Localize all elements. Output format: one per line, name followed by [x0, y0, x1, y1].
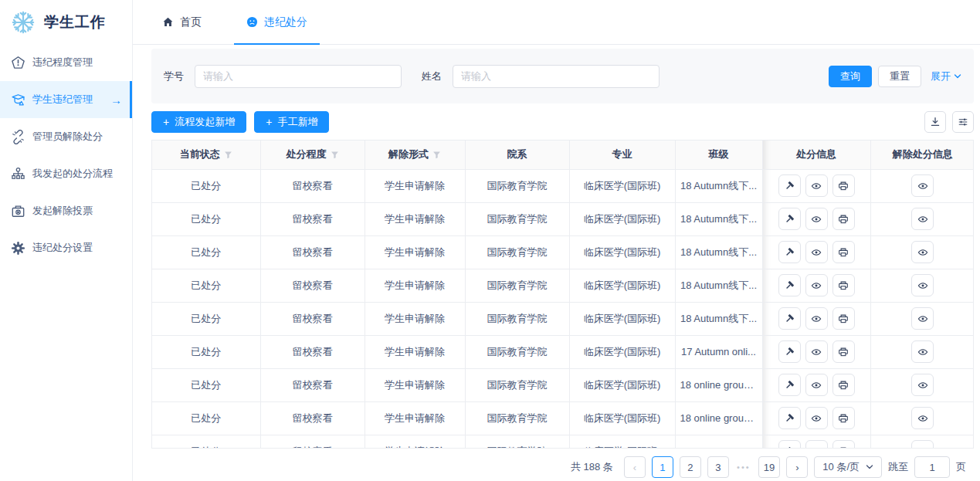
tab-violation-punishment[interactable]: 违纪处分 — [234, 0, 320, 44]
sidebar-item-violation-degree[interactable]: 违纪程度管理 — [0, 44, 132, 81]
cell-punish-actions — [762, 269, 870, 302]
next-page-button[interactable]: › — [786, 456, 808, 478]
cell-degree: 留校察看 — [260, 235, 365, 269]
prev-page-button[interactable]: ‹ — [624, 456, 646, 478]
cell-release-actions — [870, 169, 974, 202]
punish-view-button[interactable] — [805, 407, 828, 429]
punish-view-button[interactable] — [805, 374, 828, 396]
student-id-label: 学号 — [164, 69, 184, 83]
release-view-button[interactable] — [911, 440, 934, 449]
expand-toggle[interactable]: 展开 — [931, 69, 961, 83]
punish-view-button[interactable] — [805, 340, 828, 363]
page-button-19[interactable]: 19 — [758, 456, 780, 478]
punish-gavel-button[interactable] — [778, 274, 801, 296]
page-unit-label: 页 — [956, 460, 966, 474]
sidebar-item-label: 管理员解除处分 — [32, 130, 103, 144]
page-size-select[interactable]: 10 条/页 — [814, 456, 882, 478]
column-header-degree[interactable]: 处分程度 — [260, 141, 365, 169]
cell-major: 临床医学(国际班) — [569, 435, 675, 449]
table-row: 已处分 留校察看 学生申请解除 国际教育学院 临床医学(国际班) 18 Autu… — [152, 169, 974, 202]
jump-page-input[interactable] — [914, 456, 950, 478]
punish-view-button[interactable] — [805, 174, 828, 197]
manual-add-label: 手工新增 — [277, 115, 317, 129]
release-view-button[interactable] — [911, 241, 934, 263]
punish-print-button[interactable] — [832, 407, 855, 429]
punish-print-button[interactable] — [832, 241, 855, 263]
punish-view-button[interactable] — [805, 241, 828, 263]
printer-icon — [838, 280, 849, 291]
cell-punish-actions — [762, 335, 870, 368]
punish-print-button[interactable] — [832, 440, 855, 449]
punish-gavel-button[interactable] — [778, 208, 801, 230]
page-ellipsis[interactable]: ••• — [735, 462, 752, 472]
filter-funnel-icon[interactable] — [224, 151, 232, 159]
cell-class: 18 Autumn线下... — [675, 169, 762, 202]
release-view-button[interactable] — [911, 307, 934, 330]
flow-add-button[interactable]: + 流程发起新增 — [151, 111, 246, 133]
column-header-status[interactable]: 当前状态 — [152, 141, 260, 169]
total-count: 共 188 条 — [571, 460, 613, 474]
column-header-release-info: 解除处分信息 — [870, 141, 974, 169]
cell-punish-actions — [762, 401, 870, 435]
page-button-1[interactable]: 1 — [652, 456, 673, 478]
punish-gavel-button[interactable] — [778, 440, 801, 449]
column-header-department: 院系 — [465, 141, 569, 169]
release-view-button[interactable] — [911, 340, 934, 363]
punish-print-button[interactable] — [832, 174, 855, 197]
table-row: 已处分 留校察看 学生申请解除 国际教育学院 临床医学(国际班) 18 Autu… — [152, 235, 974, 269]
punish-view-button[interactable] — [805, 274, 828, 296]
sidebar-item-punishment-settings[interactable]: 违纪处分设置 — [0, 229, 132, 266]
release-view-button[interactable] — [911, 374, 934, 396]
student-id-field: 学号 — [164, 65, 402, 88]
punish-gavel-button[interactable] — [778, 407, 801, 429]
punish-view-button[interactable] — [805, 307, 828, 330]
release-view-button[interactable] — [911, 174, 934, 197]
cell-department: 国际教育学院 — [465, 335, 569, 368]
manual-add-button[interactable]: + 手工新增 — [254, 111, 329, 133]
punish-print-button[interactable] — [832, 374, 855, 396]
filter-funnel-icon[interactable] — [432, 151, 441, 159]
search-button[interactable]: 查询 — [829, 66, 872, 87]
release-view-button[interactable] — [911, 274, 934, 296]
punish-print-button[interactable] — [832, 340, 855, 363]
export-download-button[interactable] — [924, 111, 946, 133]
gavel-icon — [784, 413, 795, 424]
page-button-3[interactable]: 3 — [707, 456, 729, 478]
filter-funnel-icon[interactable] — [331, 151, 339, 159]
sidebar-item-release-vote[interactable]: 发起解除投票 — [0, 192, 132, 229]
release-view-button[interactable] — [911, 208, 934, 230]
release-view-button[interactable] — [911, 407, 934, 429]
tab-home[interactable]: 首页 — [150, 0, 214, 44]
punish-gavel-button[interactable] — [778, 374, 801, 396]
student-id-input[interactable] — [195, 65, 402, 88]
page-button-2[interactable]: 2 — [680, 456, 701, 478]
cell-major: 临床医学(国际班) — [569, 202, 675, 235]
punish-gavel-button[interactable] — [778, 307, 801, 330]
home-icon — [162, 16, 174, 28]
cell-class: 18 online group 1 — [675, 401, 762, 435]
column-header-major: 专业 — [569, 141, 675, 169]
reset-button[interactable]: 重置 — [878, 66, 921, 87]
eye-icon — [917, 181, 928, 191]
plus-icon: + — [163, 117, 169, 127]
column-header-release-form[interactable]: 解除形式 — [365, 141, 465, 169]
cell-status: 已处分 — [152, 269, 260, 302]
sidebar-item-admin-release[interactable]: 管理员解除处分 — [0, 118, 132, 155]
punish-gavel-button[interactable] — [778, 241, 801, 263]
cell-punish-actions — [762, 302, 870, 335]
column-settings-button[interactable] — [952, 111, 974, 133]
column-label: 处分程度 — [287, 147, 327, 161]
eye-icon — [811, 380, 822, 391]
name-label: 姓名 — [422, 69, 442, 83]
punish-gavel-button[interactable] — [778, 174, 801, 197]
punish-print-button[interactable] — [832, 274, 855, 296]
punish-gavel-button[interactable] — [778, 340, 801, 363]
punish-print-button[interactable] — [832, 208, 855, 230]
sidebar-item-student-violation[interactable]: 学生违纪管理 → — [0, 81, 132, 118]
sidebar-item-my-flows[interactable]: 我发起的处分流程 — [0, 155, 132, 192]
name-input[interactable] — [453, 65, 660, 88]
punish-view-button[interactable] — [805, 440, 828, 449]
punish-view-button[interactable] — [805, 208, 828, 230]
punish-print-button[interactable] — [832, 307, 855, 330]
cell-release-form: 学生申请解除 — [365, 235, 465, 269]
